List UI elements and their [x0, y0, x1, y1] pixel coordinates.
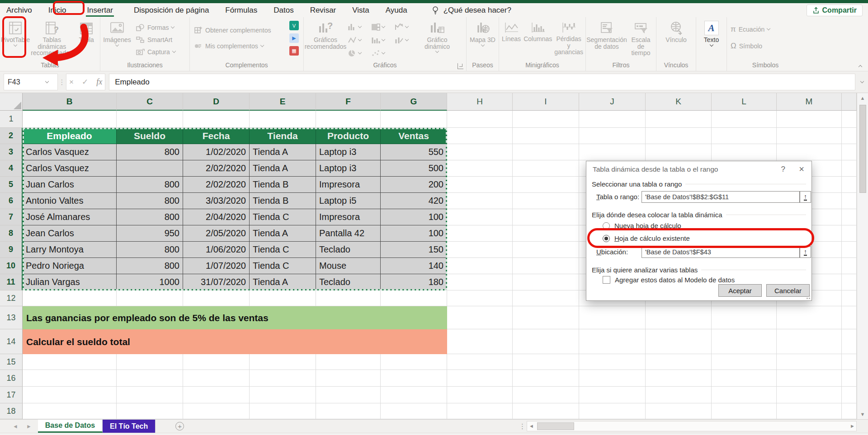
table-cell[interactable]: 800: [117, 144, 183, 160]
cell[interactable]: [712, 144, 777, 160]
cell[interactable]: [579, 329, 646, 354]
sheet-tab-el-tio-tech[interactable]: El Tío Tech: [103, 420, 156, 433]
my-addins-button[interactable]: Mis complementos: [192, 40, 273, 52]
cell[interactable]: [447, 370, 513, 387]
cell[interactable]: [381, 354, 447, 370]
table-cell[interactable]: 31/07/2020: [183, 274, 250, 290]
table-cell[interactable]: 140: [381, 258, 447, 274]
cell[interactable]: [381, 403, 447, 419]
row-header-2[interactable]: 2: [0, 128, 23, 144]
cell[interactable]: [579, 306, 646, 329]
name-box-dropdown-icon[interactable]: [45, 80, 48, 83]
cell[interactable]: [23, 403, 117, 419]
table-cell[interactable]: Impresora: [316, 177, 381, 193]
table-cell[interactable]: Impresora: [316, 209, 381, 225]
row-header-15[interactable]: 15: [0, 354, 23, 370]
cell[interactable]: [777, 306, 842, 329]
cell[interactable]: [250, 387, 316, 403]
table-header-cell[interactable]: Sueldo: [117, 128, 183, 144]
cell[interactable]: [842, 111, 857, 128]
table-cell[interactable]: 100: [381, 209, 447, 225]
cell[interactable]: [842, 193, 857, 209]
table-header-cell[interactable]: Empleado: [23, 128, 117, 144]
table-cell[interactable]: 1/06/2020: [183, 242, 250, 258]
table-cell[interactable]: José Almanares: [23, 209, 117, 225]
table-cell[interactable]: Laptop i5: [316, 193, 381, 209]
table-cell[interactable]: 500: [381, 160, 447, 177]
charts-dialog-launcher-icon[interactable]: [458, 63, 463, 69]
row-header-6[interactable]: 6: [0, 193, 23, 209]
cell[interactable]: [316, 403, 381, 419]
table-header-cell[interactable]: Producto: [316, 128, 381, 144]
cell[interactable]: [381, 111, 447, 128]
slicer-button[interactable]: Segmentación de datos: [588, 19, 626, 50]
cell[interactable]: [842, 387, 857, 403]
cell[interactable]: [842, 370, 857, 387]
row-header-8[interactable]: 8: [0, 225, 23, 242]
row-header-5[interactable]: 5: [0, 177, 23, 193]
symbol-button[interactable]: Ω Símbolo: [729, 40, 772, 52]
cell[interactable]: [447, 329, 513, 354]
cell[interactable]: [183, 354, 250, 370]
table-cell[interactable]: Tienda B: [250, 177, 316, 193]
row-header-4[interactable]: 4: [0, 160, 23, 177]
dialog-resize-grip[interactable]: [805, 294, 810, 299]
shapes-button[interactable]: Formas: [134, 21, 177, 33]
table-cell[interactable]: Tienda C: [250, 242, 316, 258]
cell[interactable]: [777, 128, 842, 144]
dialog-close-icon[interactable]: ×: [799, 164, 804, 174]
table-cell[interactable]: Carlos Vasquez: [23, 160, 117, 177]
range-input[interactable]: 'Base de Datos'!$B$2:$G$11: [642, 191, 800, 203]
scroll-down-icon[interactable]: ▼: [860, 409, 865, 419]
cell[interactable]: [579, 370, 646, 387]
cell[interactable]: [447, 160, 513, 177]
range-picker-button[interactable]: ↑: [800, 191, 811, 203]
cell[interactable]: [447, 128, 513, 144]
column-header-F[interactable]: F: [316, 93, 381, 111]
table-cell[interactable]: Juan Carlos: [23, 177, 117, 193]
cell[interactable]: [23, 354, 117, 370]
sparkline-winloss-button[interactable]: Pérdidas y ganancias: [554, 19, 584, 56]
row-header-10[interactable]: 10: [0, 258, 23, 274]
expand-formula-bar-icon[interactable]: [856, 74, 868, 90]
cell[interactable]: [117, 403, 183, 419]
column-header-D[interactable]: D: [183, 93, 250, 111]
table-cell[interactable]: 2/02/2020: [183, 160, 250, 177]
menu-datos[interactable]: Datos: [274, 6, 293, 15]
cell[interactable]: [646, 144, 712, 160]
cell[interactable]: [646, 128, 712, 144]
cell[interactable]: [777, 144, 842, 160]
note-banner-green[interactable]: Las ganancias por empleado son de 5% de …: [23, 306, 447, 329]
column-chart-button[interactable]: [347, 20, 371, 33]
table-cell[interactable]: Laptop i3: [316, 160, 381, 177]
cell[interactable]: [646, 387, 712, 403]
row-header-9[interactable]: 9: [0, 242, 23, 258]
column-header-G[interactable]: G: [381, 93, 447, 111]
table-cell[interactable]: 800: [117, 242, 183, 258]
menu-ayuda[interactable]: Ayuda: [386, 6, 407, 15]
menu-disposicion[interactable]: Disposición de página: [134, 6, 209, 15]
cell[interactable]: [250, 354, 316, 370]
cell[interactable]: [250, 111, 316, 128]
cell[interactable]: [842, 354, 857, 370]
cell[interactable]: [513, 370, 579, 387]
cell[interactable]: [842, 209, 857, 225]
menu-vista[interactable]: Vista: [352, 6, 369, 15]
location-input[interactable]: 'Base de Datos'!$F$43: [642, 246, 800, 258]
smartart-button[interactable]: SmartArt: [134, 33, 177, 46]
addin-app-icon[interactable]: V: [289, 21, 299, 30]
prev-sheet-icon[interactable]: ◄: [13, 423, 18, 430]
table-cell[interactable]: Tienda A: [250, 144, 316, 160]
cell[interactable]: [712, 128, 777, 144]
cell[interactable]: [712, 370, 777, 387]
table-cell[interactable]: 2/04/2020: [183, 209, 250, 225]
column-header-B[interactable]: B: [23, 93, 117, 111]
table-cell[interactable]: 100: [381, 225, 447, 242]
cell[interactable]: [23, 370, 117, 387]
tell-me-search[interactable]: ¿Qué desea hacer?: [432, 6, 511, 15]
accept-button[interactable]: Aceptar: [718, 284, 762, 297]
cell[interactable]: [842, 403, 857, 419]
table-header-cell[interactable]: Fecha: [183, 128, 250, 144]
vertical-scroll-thumb[interactable]: [859, 105, 866, 193]
cell[interactable]: [183, 111, 250, 128]
